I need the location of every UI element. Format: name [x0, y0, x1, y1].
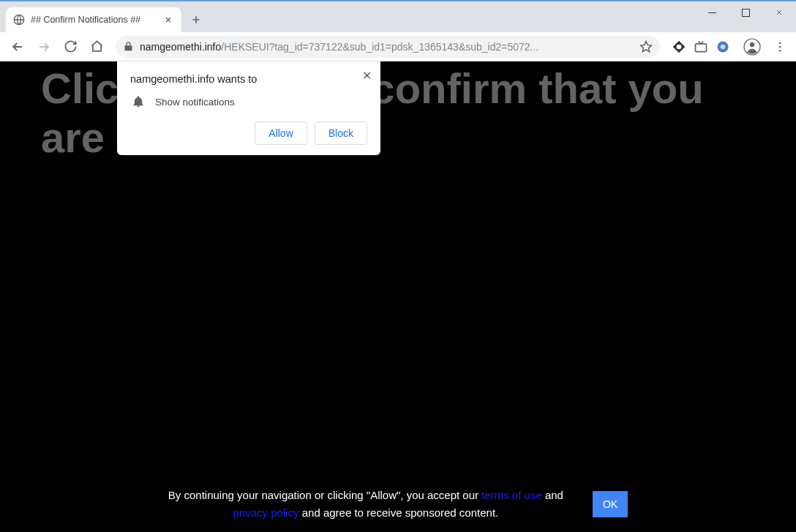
url-text: namgeomethi.info/HEKSEUI?tag_id=737122&s…: [140, 41, 634, 53]
terms-link[interactable]: terms of use: [481, 489, 542, 501]
browser-toolbar: namgeomethi.info/HEKSEUI?tag_id=737122&s…: [0, 32, 796, 61]
extension-tv-icon[interactable]: [694, 40, 708, 54]
svg-rect-1: [742, 9, 749, 16]
svg-rect-3: [696, 43, 707, 51]
titlebar: ## Confirm Notifications ##: [0, 1, 796, 32]
extension-diamond-icon[interactable]: [672, 40, 686, 54]
tab-close-icon[interactable]: [162, 14, 174, 26]
back-button[interactable]: [6, 35, 29, 59]
window-close-button[interactable]: [762, 1, 796, 23]
browser-tab[interactable]: ## Confirm Notifications ##: [6, 7, 181, 32]
privacy-link[interactable]: privacy policy: [233, 506, 299, 519]
forward-button[interactable]: [32, 35, 56, 59]
new-tab-button[interactable]: [186, 10, 206, 30]
home-button[interactable]: [85, 35, 108, 59]
bell-icon: [132, 95, 145, 108]
cookie-consent-bar: By continuing your navigation or clickin…: [0, 487, 796, 522]
notification-permission-popup: ✕ namgeomethi.info wants to Show notific…: [117, 61, 380, 155]
profile-avatar-button[interactable]: [740, 35, 764, 59]
bookmark-star-icon[interactable]: [639, 40, 653, 53]
lock-icon: [123, 41, 134, 52]
cookie-text: By continuing your navigation or clickin…: [168, 487, 563, 522]
extension-circle-icon[interactable]: [716, 40, 730, 54]
reload-button[interactable]: [59, 35, 82, 59]
popup-title: namgeomethi.info wants to: [130, 73, 367, 85]
popup-close-icon[interactable]: ✕: [362, 69, 372, 83]
block-button[interactable]: Block: [315, 121, 367, 145]
allow-button[interactable]: Allow: [255, 121, 307, 145]
window-minimize-button[interactable]: [695, 1, 729, 23]
tab-title: ## Confirm Notifications ##: [31, 15, 157, 25]
svg-point-8: [779, 45, 781, 48]
svg-point-9: [779, 49, 781, 51]
ok-button[interactable]: OK: [593, 491, 628, 517]
globe-icon: [13, 14, 25, 26]
window-maximize-button[interactable]: [729, 1, 762, 23]
kebab-menu-button[interactable]: [770, 35, 790, 59]
popup-permission-label: Show notifications: [155, 97, 235, 108]
svg-point-2: [677, 44, 682, 49]
extension-icons: [667, 40, 735, 54]
address-bar[interactable]: namgeomethi.info/HEKSEUI?tag_id=737122&s…: [116, 36, 660, 58]
svg-point-6: [750, 42, 754, 46]
svg-point-7: [779, 42, 781, 44]
page-content: Click "Allow" to confirm that you are no…: [0, 61, 796, 532]
